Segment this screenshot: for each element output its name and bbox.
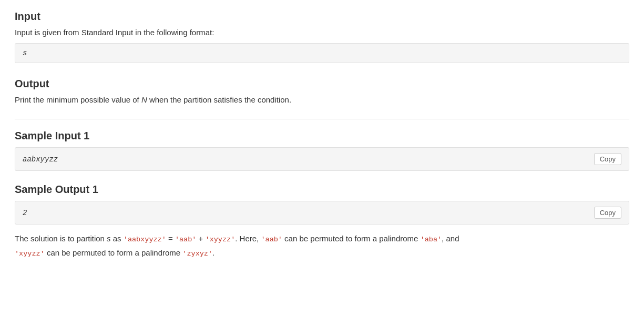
explanation-code5: 'aba' (421, 236, 442, 243)
explanation-comma: , and (442, 234, 459, 243)
explanation-code4: 'aab' (261, 236, 282, 243)
copy-sample-output-1-button[interactable]: Copy (594, 207, 621, 219)
explanation-line2-code2: 'zyxyz' (182, 250, 212, 258)
explanation-code1: 'aabxyyzz' (124, 236, 166, 243)
input-format-box: s (15, 43, 629, 63)
sample-input-1-box: aabxyyzz Copy (15, 147, 629, 171)
explanation-as: as (111, 234, 124, 243)
sample-output-1-box: 2 Copy (15, 201, 629, 225)
sample-output-1-section: Sample Output 1 2 Copy (15, 184, 629, 225)
sample-input-1-section: Sample Input 1 aabxyyzz Copy (15, 130, 629, 171)
explanation-can-text: can be permuted to form a palindrome (282, 234, 421, 243)
math-var-n: N (141, 95, 147, 104)
copy-sample-input-1-button[interactable]: Copy (594, 153, 621, 165)
explanation-plus: + (196, 234, 205, 243)
explanation-period: . Here, (235, 234, 261, 243)
explanation-line2-text: can be permuted to form a palindrome (45, 248, 183, 257)
output-section: Output Print the minimum possible value … (15, 78, 629, 104)
explanation-section: The solution is to partition s as 'aabxy… (15, 232, 629, 260)
explanation-line2-code: 'xyyzz' (15, 250, 45, 258)
output-title: Output (15, 78, 629, 90)
explanation-text: The solution is to partition s as 'aabxy… (15, 232, 629, 260)
explanation-var-s: s (107, 234, 111, 243)
section-divider (15, 119, 629, 119)
explanation-code3: 'xyyzz' (206, 236, 236, 243)
explanation-prefix: The solution is to partition (15, 234, 107, 243)
input-section: Input Input is given from Standard Input… (15, 11, 629, 63)
sample-output-1-title: Sample Output 1 (15, 184, 629, 196)
output-description: Print the minimum possible value of N wh… (15, 95, 629, 104)
sample-input-1-value: aabxyyzz (23, 155, 58, 164)
input-title: Input (15, 11, 629, 23)
input-description: Input is given from Standard Input in th… (15, 28, 629, 37)
explanation-code2: 'aab' (175, 236, 197, 243)
input-format-value: s (23, 49, 27, 57)
sample-input-1-title: Sample Input 1 (15, 130, 629, 142)
explanation-line2-end: . (212, 248, 214, 257)
explanation-eq: = (166, 234, 175, 243)
sample-output-1-value: 2 (23, 209, 27, 217)
